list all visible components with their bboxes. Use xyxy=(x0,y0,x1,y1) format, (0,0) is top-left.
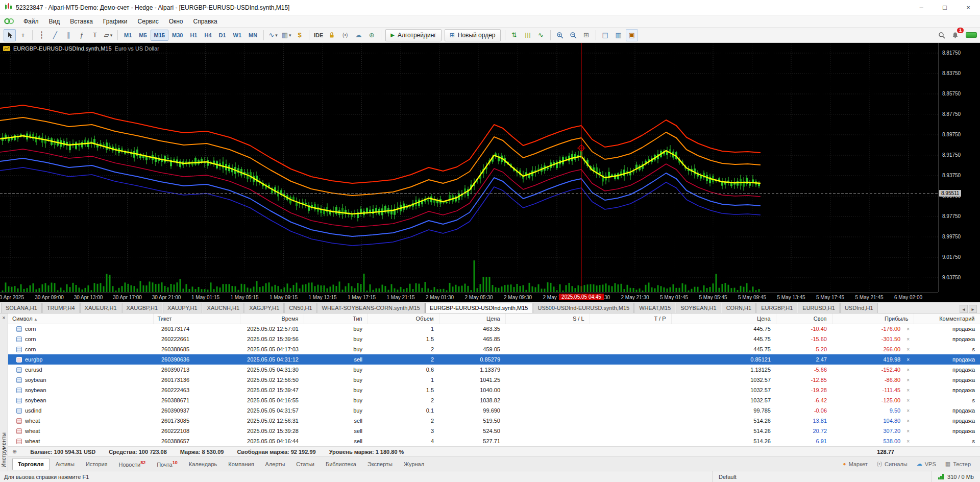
close-position-button[interactable]: × xyxy=(906,428,910,434)
arrange-horizontal-button[interactable]: ▤ xyxy=(599,29,611,41)
maximize-button[interactable]: □ xyxy=(933,0,957,15)
chart-canvas[interactable] xyxy=(0,43,938,292)
column-header-3[interactable]: Тип xyxy=(304,314,368,324)
menu-item-6[interactable]: Справка xyxy=(188,16,223,27)
timeframe-w1[interactable]: W1 xyxy=(230,30,246,41)
column-header-9[interactable]: Своп xyxy=(776,314,832,324)
community-button[interactable]: ⊕ xyxy=(365,29,378,41)
algotrading-button[interactable]: ▶ Алготрейдинг xyxy=(385,29,442,41)
position-row[interactable]: usdind2603909372025.05.05 04:31:57buy0.1… xyxy=(8,405,980,416)
timeframe-h4[interactable]: H4 xyxy=(201,30,215,41)
signals-button[interactable]: (•) xyxy=(339,29,351,41)
crosshair-tool-button[interactable]: + xyxy=(17,29,29,41)
lock-button[interactable] xyxy=(326,29,338,41)
position-row[interactable]: wheat2603886572025.05.05 04:16:44sell452… xyxy=(8,436,980,446)
close-position-button[interactable]: × xyxy=(906,388,910,393)
tool-vps[interactable]: ☁VPS xyxy=(917,461,936,467)
chart-tab[interactable]: EURUSD,H1 xyxy=(798,303,840,313)
column-header-0[interactable]: Символ ▲ xyxy=(8,314,153,324)
shapes-tool-button[interactable]: ▱▾ xyxy=(102,29,114,41)
timeframe-m15[interactable]: M15 xyxy=(151,30,168,41)
column-header-5[interactable]: Цена xyxy=(439,314,505,324)
position-row[interactable]: eurgbp2603906362025.05.05 04:31:12sell20… xyxy=(8,354,980,365)
close-position-button[interactable]: × xyxy=(906,326,910,332)
ide-button[interactable]: IDE xyxy=(312,29,325,41)
column-header-11[interactable]: Комментарий xyxy=(914,314,980,324)
chart-tab[interactable]: XAUGBP,H1 xyxy=(122,303,163,313)
profile-selector[interactable]: Default xyxy=(712,471,932,482)
toolbox-tab-10[interactable]: Эксперты xyxy=(362,459,398,470)
close-position-button[interactable]: × xyxy=(906,377,910,383)
time-axis[interactable]: 30 Apr 202530 Apr 09:0030 Apr 13:0030 Ap… xyxy=(0,292,938,302)
position-row[interactable]: corn2601731742025.05.02 12:57:01buy1463.… xyxy=(8,324,980,334)
chart-tab[interactable]: US500-USDInd-EURUSD.synth,M15 xyxy=(533,303,634,313)
toolbox-tab-2[interactable]: История xyxy=(81,459,113,470)
timeframe-m30[interactable]: M30 xyxy=(168,30,186,41)
chart-tab[interactable]: XAUEUR,H1 xyxy=(80,303,121,313)
data-window-button[interactable]: ▣ xyxy=(626,29,638,41)
vertical-line-tool-button[interactable]: ┆ xyxy=(36,29,48,41)
line-view-button[interactable]: ∿ xyxy=(535,29,547,41)
toolbox-tab-8[interactable]: Статьи xyxy=(291,459,320,470)
column-header-8[interactable]: Цена xyxy=(671,314,776,324)
toolbox-tab-9[interactable]: Библиотека xyxy=(321,459,361,470)
position-row[interactable]: soybean2603886712025.05.05 04:16:55buy21… xyxy=(8,395,980,405)
minimize-button[interactable]: – xyxy=(910,0,933,15)
column-header-6[interactable]: S / L xyxy=(505,314,590,324)
tool-market[interactable]: ●Маркет xyxy=(843,461,868,467)
chart-tab[interactable]: CN50,H1 xyxy=(284,303,316,313)
trendline-tool-button[interactable]: ╱ xyxy=(49,29,61,41)
toolbox-tab-4[interactable]: Почта10 xyxy=(152,457,183,470)
tool-tester[interactable]: ▦Тестер xyxy=(945,461,971,467)
toolbox-close-button[interactable]: × xyxy=(0,314,8,321)
timeframe-mn[interactable]: MN xyxy=(245,30,261,41)
close-position-button[interactable]: × xyxy=(906,357,910,363)
close-position-button[interactable]: × xyxy=(906,347,910,352)
toolbox-tab-1[interactable]: Активы xyxy=(51,459,80,470)
chart-tab[interactable]: XAGJPY,H1 xyxy=(244,303,284,313)
position-row[interactable]: soybean2601731362025.05.02 12:56:50buy11… xyxy=(8,375,980,385)
close-position-button[interactable]: × xyxy=(906,439,910,444)
menu-item-1[interactable]: Вид xyxy=(44,16,65,27)
templates-button[interactable]: ▦▾ xyxy=(280,29,292,41)
chart-tab[interactable]: XAUCNH,H1 xyxy=(203,303,244,313)
toolbox-tab-0[interactable]: Торговля xyxy=(12,458,50,470)
column-header-7[interactable]: T / P xyxy=(590,314,671,324)
chart-tab[interactable]: SOYBEAN,H1 xyxy=(676,303,721,313)
tool-signals[interactable]: (•)Сигналы xyxy=(877,461,908,467)
close-position-button[interactable]: × xyxy=(906,398,910,403)
chart-tab[interactable]: SOLANA,H1 xyxy=(1,303,42,313)
chart-tab[interactable]: TRUMP,H4 xyxy=(42,303,80,313)
column-header-10[interactable]: Прибыль xyxy=(832,314,914,324)
toolbox-tab-11[interactable]: Журнал xyxy=(399,459,429,470)
timeframe-h1[interactable]: H1 xyxy=(186,30,201,41)
close-position-button[interactable]: × xyxy=(906,408,910,414)
menu-item-5[interactable]: Окно xyxy=(164,16,188,27)
cursor-tool-button[interactable] xyxy=(4,29,16,41)
autoscroll-button[interactable]: ⇅ xyxy=(508,29,521,41)
close-position-button[interactable]: × xyxy=(906,418,910,424)
price-axis[interactable]: 8.817508.837508.857508.877508.897508.917… xyxy=(938,43,980,292)
text-tool-button[interactable]: T xyxy=(89,29,101,41)
toolbox-tab-3[interactable]: Новости82 xyxy=(114,457,151,470)
menu-item-0[interactable]: Файл xyxy=(18,16,44,27)
new-order-button[interactable]: ⊞ Новый ордер xyxy=(445,29,501,41)
position-row[interactable]: soybean2602224632025.05.02 15:39:47buy1.… xyxy=(8,385,980,395)
tab-scroll-right-icon[interactable]: ▸ xyxy=(969,305,977,313)
chart-tab[interactable]: WHEAT,M15 xyxy=(634,303,675,313)
search-button[interactable] xyxy=(936,29,948,41)
toolbox-tab-5[interactable]: Календарь xyxy=(184,459,223,470)
zoom-out-button[interactable] xyxy=(567,29,579,41)
column-header-1[interactable]: Тикет xyxy=(153,314,240,324)
arrange-vertical-button[interactable]: ▥ xyxy=(612,29,625,41)
timeframe-m1[interactable]: M1 xyxy=(120,30,135,41)
column-header-4[interactable]: Объем xyxy=(368,314,439,324)
chart-tab[interactable]: EURGBP-EURUSD-USDInd.synth,M15 xyxy=(425,303,533,313)
position-row[interactable]: wheat2602221082025.05.02 15:39:28sell352… xyxy=(8,426,980,436)
position-row[interactable]: eurusd2603907132025.05.05 04:31:30buy0.6… xyxy=(8,365,980,375)
fibonacci-tool-button[interactable]: ƒ xyxy=(76,29,88,41)
notifications-button[interactable]: 1 xyxy=(949,29,961,41)
bars-view-button[interactable]: ∣∣∣ xyxy=(522,29,534,41)
channel-tool-button[interactable]: ∥ xyxy=(62,29,75,41)
tab-scroll-left-icon[interactable]: ◂ xyxy=(960,305,968,313)
